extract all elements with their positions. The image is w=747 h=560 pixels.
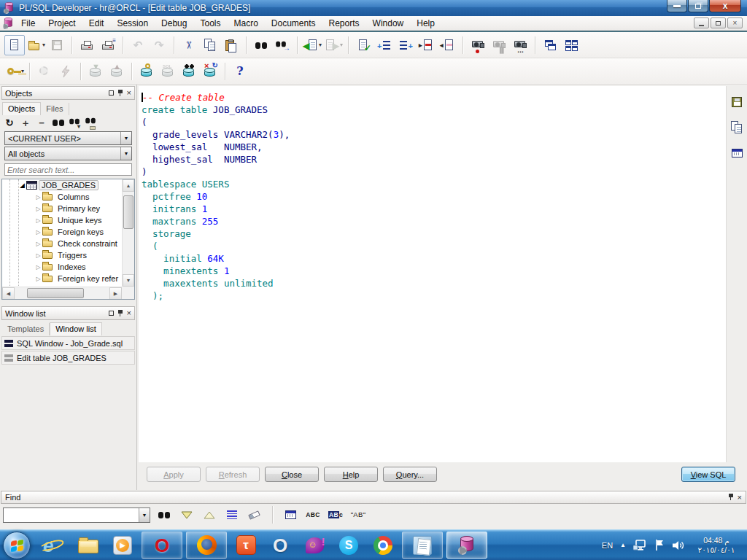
window-list-pin-icon[interactable] (117, 310, 123, 317)
start-button[interactable] (3, 532, 31, 559)
tree-node-job-grades[interactable]: ◢ JOB_GRADES (2, 179, 134, 191)
tree-node-label[interactable]: Indexes (55, 262, 89, 272)
menu-macro[interactable]: Macro (227, 17, 264, 30)
tree-node-label[interactable]: Check constraint (55, 238, 120, 249)
menu-tools[interactable]: Tools (193, 17, 227, 30)
tree-node-unique-keys[interactable]: ▷ Unique keys (2, 214, 134, 226)
menu-file[interactable]: File (15, 17, 42, 30)
find-pin-icon[interactable] (728, 494, 734, 501)
collapsed-arrow-icon[interactable]: ▷ (34, 229, 42, 236)
menu-documents[interactable]: Documents (265, 17, 322, 30)
tree-node-foreign-keys[interactable]: ▷ Foreign keys (2, 226, 134, 238)
window-properties-button[interactable] (727, 143, 747, 163)
tree-node-label[interactable]: Foreign keys (55, 227, 107, 237)
scroll-right-icon[interactable]: ▶ (109, 287, 122, 300)
scroll-up-icon[interactable]: ▲ (123, 179, 134, 192)
browser-filters-button[interactable] (82, 115, 98, 130)
collapsed-arrow-icon[interactable]: ▷ (34, 276, 42, 282)
window-list-close-icon[interactable]: × (127, 309, 131, 317)
whole-word-button[interactable]: "AB" (349, 506, 367, 524)
taskbar-windows-explorer[interactable] (73, 530, 104, 560)
tree-vertical-scrollbar[interactable]: ▲ ▼ (122, 179, 134, 287)
tab-templates[interactable]: Templates (2, 323, 50, 335)
view-sql-button[interactable]: View SQL (681, 467, 735, 482)
refresh-session-button[interactable]: ×↻ (200, 61, 220, 82)
menu-help[interactable]: Help (410, 17, 441, 30)
open-button[interactable]: ▾ (26, 35, 46, 55)
hidden-icons-button[interactable]: ▲ (620, 542, 626, 548)
cascade-windows-button[interactable] (540, 35, 560, 55)
taskbar-chrome[interactable] (368, 530, 398, 560)
save-to-file-button[interactable] (727, 92, 747, 112)
help-button[interactable]: ? (230, 61, 250, 82)
tile-windows-button[interactable] (561, 35, 581, 55)
object-type-select[interactable]: All objects ▼ (4, 147, 132, 160)
taskbar-firefox[interactable] (186, 532, 227, 559)
query-button[interactable]: Query... (383, 467, 437, 482)
mdi-close-button[interactable]: × (727, 18, 743, 28)
menu-reports[interactable]: Reports (322, 17, 366, 30)
tree-node-triggers[interactable]: ▷ Triggers (2, 249, 134, 261)
tab-files[interactable]: Files (41, 103, 69, 115)
taskbar-plsql-developer[interactable] (446, 532, 487, 559)
previous-window-button[interactable]: ◀▾ (302, 35, 322, 55)
menu-window[interactable]: Window (366, 17, 411, 30)
taskbar-tango[interactable]: τ (231, 530, 261, 560)
cut-button[interactable]: ✂ (179, 35, 199, 55)
collapsed-arrow-icon[interactable]: ▷ (34, 264, 42, 271)
filter-objects-button[interactable]: ▾ (66, 115, 82, 130)
expand-node-button[interactable]: ＋ (18, 115, 34, 130)
record-macro-button[interactable] (468, 35, 488, 55)
refresh-objects-button[interactable]: ↻ (1, 115, 18, 130)
action-center-flag-icon[interactable] (654, 539, 665, 551)
taskbar-opera-silver[interactable]: O (265, 530, 295, 560)
goto-prev-marker-button[interactable]: ◂ (438, 35, 458, 55)
window-list-maximize-icon[interactable] (109, 311, 114, 316)
macro-library-button[interactable]: … (510, 35, 530, 55)
find-text-button[interactable] (155, 506, 173, 524)
mark-all-button[interactable] (223, 506, 241, 524)
network-icon[interactable] (633, 539, 647, 551)
find-next-down-button[interactable] (178, 506, 196, 524)
tab-objects[interactable]: Objects (2, 102, 41, 115)
new-session-button[interactable] (136, 61, 157, 82)
tree-node-indexes[interactable]: ▷ Indexes (2, 261, 134, 273)
tree-node-check-constraint[interactable]: ▷ Check constraint (2, 238, 134, 249)
tree-node-label[interactable]: JOB_GRADES (39, 180, 98, 190)
tree-node-label[interactable]: Columns (55, 192, 92, 202)
menu-session[interactable]: Session (110, 17, 155, 30)
tree-node-label[interactable]: Triggers (55, 250, 90, 260)
menu-debug[interactable]: Debug (155, 17, 193, 30)
taskbar-clock[interactable]: 04:48 م ٢٠١٥/٠٤/٠١ (692, 536, 740, 555)
tree-horizontal-scrollbar[interactable]: ◀ ▶ (2, 287, 122, 299)
menu-project[interactable]: Project (42, 17, 82, 30)
print-button[interactable] (77, 35, 97, 55)
taskbar-media-player[interactable]: ▶ (107, 530, 138, 560)
abc-button[interactable]: ABC (304, 506, 322, 524)
collapsed-arrow-icon[interactable]: ▷ (34, 217, 42, 224)
find-combobox[interactable]: ▼ (3, 508, 150, 523)
syntax-check-button[interactable]: ✓ (353, 35, 374, 55)
language-indicator[interactable]: EN (602, 541, 613, 550)
tree-node-columns[interactable]: ▷ Columns (2, 191, 134, 203)
taskbar-yahoo-messenger[interactable]: ☺! (299, 530, 330, 560)
scroll-thumb[interactable] (27, 288, 84, 298)
scroll-left-icon[interactable]: ◀ (2, 287, 15, 300)
taskbar-notepad[interactable] (402, 532, 443, 559)
paste-button[interactable] (221, 35, 241, 55)
copy-button[interactable] (200, 35, 220, 55)
mdi-minimize-button[interactable] (694, 18, 709, 28)
taskbar-skype[interactable]: S (333, 530, 364, 560)
objects-maximize-icon[interactable] (109, 90, 114, 96)
scroll-thumb[interactable] (123, 195, 133, 229)
new-item-button[interactable] (4, 35, 25, 55)
clear-marks-button[interactable] (246, 506, 263, 524)
collapsed-arrow-icon[interactable]: ▷ (34, 252, 42, 259)
objects-close-icon[interactable]: × (127, 89, 131, 97)
sql-code-area[interactable]: -- Create tablecreate table JOB_GRADES( … (139, 86, 727, 462)
taskbar-start[interactable] (0, 530, 35, 560)
collapse-node-button[interactable]: − (34, 115, 50, 130)
find-options-button[interactable] (282, 506, 299, 524)
tab-window-list[interactable]: Window list (50, 322, 102, 335)
tree-node-label[interactable]: Foreign key refer (55, 273, 121, 284)
